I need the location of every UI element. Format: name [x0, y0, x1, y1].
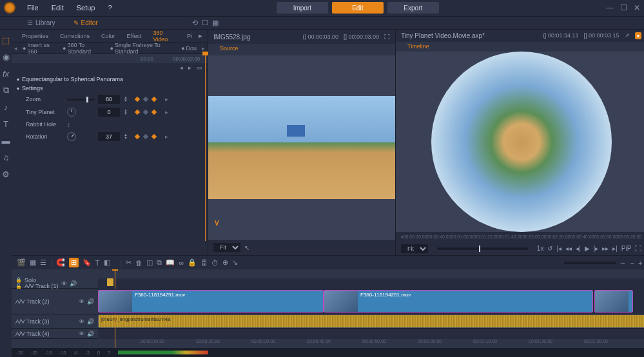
rotation-dial[interactable] [65, 130, 78, 143]
rotation-value[interactable]: 37 [98, 132, 120, 141]
cursor-icon[interactable]: ↖ [244, 244, 249, 251]
tl-crop-icon[interactable]: ◫ [146, 258, 153, 267]
sub-insert360[interactable]: ●Insert as 360 [20, 42, 57, 55]
tool-camera-icon[interactable]: ◉ [0, 52, 12, 62]
tool-render-icon[interactable]: ▬ [0, 135, 12, 146]
panel-icon[interactable]: ▦ [212, 19, 219, 27]
kf-dot-icon[interactable] [143, 110, 148, 115]
mode-import[interactable]: Import [277, 2, 328, 14]
tool-text-icon[interactable]: T [0, 119, 12, 129]
tl-lock-icon[interactable]: 🔒 [188, 258, 197, 267]
tl-grid-icon[interactable]: ▦ [30, 258, 36, 267]
tinyplanet-value[interactable]: 0 [98, 108, 120, 117]
tl-snap-icon[interactable]: ⊞ [69, 258, 79, 267]
tab-effect[interactable]: Effect [122, 32, 147, 41]
tl-scrubber[interactable] [437, 247, 528, 250]
kf-dot-icon[interactable] [143, 97, 148, 102]
tl-marker-icon[interactable]: 🔖 [83, 258, 92, 267]
tl-zoom-slider[interactable] [564, 262, 616, 264]
kf-dot-icon[interactable] [143, 134, 148, 139]
tl-clapper-icon[interactable]: 🎬 [17, 258, 26, 267]
track-ruler[interactable] [12, 269, 644, 278]
speaker-icon[interactable]: 🔊 [87, 318, 94, 325]
lock-icon[interactable]: 🔒 [15, 277, 22, 283]
zoom-value[interactable]: 80 [98, 95, 120, 104]
tl-book-icon[interactable]: 📖 [166, 258, 175, 267]
tl-shape-icon[interactable]: ◧ [104, 258, 110, 267]
mode-edit[interactable]: Edit [332, 2, 384, 14]
speaker-icon[interactable]: 🔊 [70, 280, 77, 287]
timeline-canvas[interactable] [396, 52, 644, 232]
sub-tostandard[interactable]: ●360 To Standard [60, 42, 105, 55]
tab-color[interactable]: Color [96, 32, 121, 41]
tl-copy-icon[interactable]: ⧉ [157, 258, 162, 267]
audio-clip[interactable]: jtheory_imgpinstrumental.m4a [98, 314, 644, 328]
tl-menu-icon[interactable]: ☰ [40, 258, 46, 267]
eye-icon[interactable]: 👁 [61, 280, 67, 287]
close-icon[interactable]: ✕ [634, 3, 640, 12]
tl-arrow-icon[interactable]: ↘ [232, 258, 238, 267]
tab-properties[interactable]: Properties [17, 32, 54, 41]
undock-icon[interactable]: ☐ [202, 19, 208, 27]
tool-fx-icon[interactable]: fx [0, 68, 12, 79]
tl-zoomout-icon[interactable]: − [630, 259, 634, 267]
tool-monitor-icon[interactable]: ⬚ [0, 35, 12, 45]
video-clip[interactable]: F360-118194251.mov [324, 290, 593, 313]
go-end-icon[interactable]: ▸| [612, 245, 618, 252]
preset-list-icon[interactable]: ▭ [197, 64, 202, 71]
tl-stopwatch-icon[interactable]: ⏱ [211, 259, 219, 267]
zoom-slider[interactable] [67, 99, 94, 101]
tl-fit-select[interactable]: Fit [401, 244, 428, 253]
tl-mini-ruler[interactable]: ♦ 00:00:20.0000:00:40.00 00:01:00.0000:0… [396, 232, 644, 242]
tinyplanet-dial[interactable] [67, 108, 76, 117]
tl-rec-icon[interactable]: ● [635, 32, 642, 39]
kf-dot-icon[interactable] [135, 97, 140, 102]
source-tab[interactable]: Source [213, 44, 245, 55]
tl-link-icon[interactable]: ∞ [179, 259, 184, 267]
kf-dot-icon[interactable] [151, 97, 157, 102]
source-fit-select[interactable]: Fit [213, 243, 240, 252]
tool-transition-icon[interactable]: ⧉ [0, 85, 12, 95]
solo-marker[interactable] [107, 278, 113, 286]
tab-pi[interactable]: Pi [182, 32, 197, 41]
preset-next-icon[interactable]: ▸ [188, 64, 191, 71]
kf-playhead[interactable] [205, 54, 206, 241]
track-ruler-bottom[interactable]: 00:00:10.00 00:00:20.00 00:00:30.00 00:0… [12, 339, 644, 348]
tl-zoomfit-icon[interactable]: ↔ [620, 259, 627, 267]
tl-magnet-icon[interactable]: 🧲 [56, 258, 65, 267]
step-fwd-icon[interactable]: ▸▸ [602, 245, 609, 252]
tool-music-icon[interactable]: ♪ [0, 102, 12, 112]
tool-adjust-icon[interactable]: ⚙ [0, 169, 12, 179]
mode-export[interactable]: Export [387, 2, 439, 14]
kf-dot-icon[interactable] [135, 110, 140, 115]
tl-razor-icon[interactable]: ✂ [126, 258, 132, 267]
next-frame-icon[interactable]: |▸ [594, 245, 599, 252]
speaker-icon[interactable]: 🔊 [87, 331, 94, 337]
menu-file[interactable]: File [22, 3, 44, 13]
loop-icon[interactable]: ↺ [547, 245, 552, 252]
ws-library[interactable]: ☰Library [18, 17, 64, 28]
speed-label[interactable]: 1x [537, 245, 544, 252]
fullscreen-icon[interactable]: ⛶ [635, 245, 641, 252]
prev-frame-icon[interactable]: ◂| [576, 245, 581, 252]
eye-icon[interactable]: 👁 [79, 318, 84, 325]
rotation-spinner[interactable]: ▲▼ [124, 133, 128, 140]
eye-icon[interactable]: 👁 [79, 298, 84, 305]
effect-title[interactable]: Equirectangular to Spherical Panorama [17, 75, 202, 84]
menu-setup[interactable]: Setup [72, 3, 101, 13]
ws-editor[interactable]: ✎Editor [64, 17, 107, 28]
tab-corrections[interactable]: Corrections [55, 32, 95, 41]
go-start-icon[interactable]: |◂ [556, 245, 561, 252]
kf-dot-icon[interactable] [135, 134, 140, 139]
tl-export-icon[interactable]: ↗ [625, 32, 630, 39]
step-back-icon[interactable]: ◂◂ [565, 245, 572, 252]
tl-mixer-icon[interactable]: 🎛 [200, 259, 208, 267]
tl-trash-icon[interactable]: 🗑 [135, 259, 142, 267]
preset-prev-icon[interactable]: ◂ [180, 64, 183, 71]
pip-button[interactable]: PiP [621, 245, 632, 252]
tl-plus-icon[interactable]: ⊕ [222, 258, 228, 267]
kf-dot-icon[interactable] [151, 110, 157, 115]
video-clip[interactable] [594, 290, 633, 313]
maximize-icon[interactable]: ☐ [620, 3, 627, 12]
source-expand-icon[interactable]: ⛶ [384, 34, 390, 40]
